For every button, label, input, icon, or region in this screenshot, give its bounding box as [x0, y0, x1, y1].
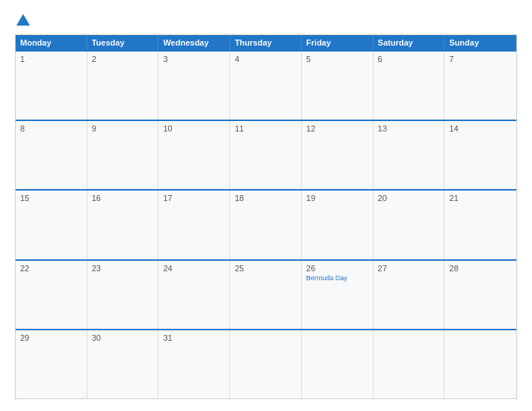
- col-wednesday: Wednesday: [158, 35, 230, 50]
- day-number: 25: [235, 264, 297, 273]
- calendar-cell: 15: [16, 191, 87, 259]
- calendar-cell: [230, 330, 302, 398]
- col-monday: Monday: [16, 35, 87, 50]
- calendar-header: Monday Tuesday Wednesday Thursday Friday…: [16, 35, 516, 50]
- day-number: 27: [378, 264, 440, 273]
- day-number: 8: [20, 124, 82, 133]
- calendar-cell: 25: [230, 261, 302, 329]
- day-number: 22: [20, 264, 82, 273]
- logo-icon: [15, 12, 31, 28]
- calendar-cell: [445, 330, 516, 398]
- calendar-cell: 17: [158, 191, 230, 259]
- calendar-cell: 11: [230, 121, 302, 189]
- holiday-label: Bermuda Day: [306, 274, 368, 282]
- calendar-cell: 30: [87, 330, 159, 398]
- day-number: 4: [235, 55, 297, 64]
- day-number: 18: [235, 194, 297, 203]
- svg-marker-0: [16, 14, 30, 26]
- day-number: 26: [306, 264, 368, 273]
- day-number: 11: [235, 124, 297, 133]
- day-number: 5: [306, 55, 368, 64]
- day-number: 23: [92, 264, 154, 273]
- calendar-cell: 6: [374, 52, 445, 120]
- day-number: 29: [20, 333, 82, 342]
- calendar-cell: 27: [374, 261, 445, 329]
- calendar-cell: [302, 330, 374, 398]
- calendar-cell: 5: [302, 52, 374, 120]
- calendar-cell: 24: [158, 261, 230, 329]
- calendar-cell: [374, 330, 445, 398]
- page-header: [15, 12, 517, 28]
- calendar-cell: 31: [158, 330, 230, 398]
- calendar-cell: 10: [158, 121, 230, 189]
- day-number: 31: [163, 333, 225, 342]
- calendar-cell: 4: [230, 52, 302, 120]
- day-number: 14: [449, 124, 512, 133]
- calendar-grid: Monday Tuesday Wednesday Thursday Friday…: [15, 34, 517, 399]
- day-number: 10: [163, 124, 225, 133]
- calendar-cell: 1: [16, 52, 87, 120]
- day-number: 21: [449, 194, 512, 203]
- day-number: 16: [92, 194, 154, 203]
- calendar-cell: 9: [87, 121, 159, 189]
- day-number: 13: [378, 124, 440, 133]
- day-number: 1: [20, 55, 82, 64]
- day-number: 24: [163, 264, 225, 273]
- calendar-cell: 29: [16, 330, 87, 398]
- calendar-cell: 19: [302, 191, 374, 259]
- calendar-cell: 12: [302, 121, 374, 189]
- calendar-cell: 2: [87, 52, 159, 120]
- day-number: 17: [163, 194, 225, 203]
- col-thursday: Thursday: [230, 35, 302, 50]
- day-number: 30: [92, 333, 154, 342]
- calendar-cell: 28: [445, 261, 516, 329]
- day-number: 6: [378, 55, 440, 64]
- day-number: 28: [449, 264, 512, 273]
- day-number: 9: [92, 124, 154, 133]
- calendar-cell: 14: [445, 121, 516, 189]
- calendar-cell: 22: [16, 261, 87, 329]
- calendar-cell: 16: [87, 191, 159, 259]
- col-friday: Friday: [302, 35, 374, 50]
- calendar-body: 1234567891011121314151617181920212223242…: [16, 50, 516, 398]
- col-tuesday: Tuesday: [87, 35, 159, 50]
- day-number: 3: [163, 55, 225, 64]
- calendar-cell: 3: [158, 52, 230, 120]
- calendar-week-5: 293031: [16, 329, 516, 398]
- col-saturday: Saturday: [374, 35, 445, 50]
- calendar-cell: 23: [87, 261, 159, 329]
- calendar-week-2: 891011121314: [16, 120, 516, 189]
- calendar-page: Monday Tuesday Wednesday Thursday Friday…: [0, 0, 532, 411]
- calendar-week-4: 2223242526Bermuda Day2728: [16, 259, 516, 329]
- day-number: 20: [378, 194, 440, 203]
- day-number: 19: [306, 194, 368, 203]
- calendar-cell: 20: [374, 191, 445, 259]
- calendar-cell: 26Bermuda Day: [302, 261, 374, 329]
- calendar-cell: 21: [445, 191, 516, 259]
- day-number: 15: [20, 194, 82, 203]
- calendar-week-3: 15161718192021: [16, 189, 516, 259]
- calendar-week-1: 1234567: [16, 50, 516, 120]
- logo: [15, 12, 33, 28]
- col-sunday: Sunday: [445, 35, 516, 50]
- calendar-cell: 8: [16, 121, 87, 189]
- day-number: 2: [92, 55, 154, 64]
- calendar-cell: 18: [230, 191, 302, 259]
- calendar-cell: 13: [374, 121, 445, 189]
- day-number: 12: [306, 124, 368, 133]
- day-number: 7: [449, 55, 512, 64]
- calendar-cell: 7: [445, 52, 516, 120]
